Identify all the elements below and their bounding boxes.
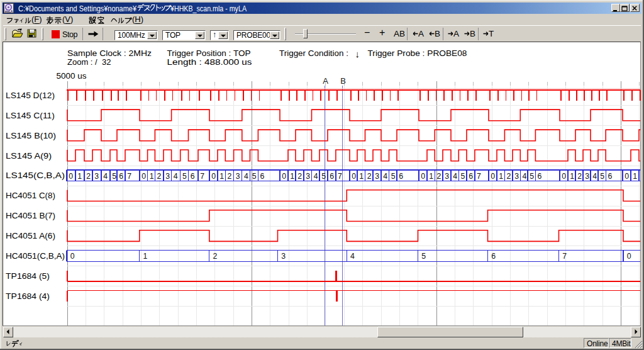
svg-text:0: 0 [70, 252, 75, 261]
svg-text:7: 7 [477, 172, 481, 181]
svg-text:1: 1 [429, 172, 433, 181]
svg-text:2: 2 [367, 172, 372, 181]
svg-text:LS145 A(9): LS145 A(9) [6, 151, 52, 161]
svg-text:4: 4 [314, 172, 318, 181]
svg-text:7: 7 [562, 252, 567, 261]
svg-text:3: 3 [94, 172, 99, 181]
svg-text:6: 6 [608, 172, 612, 181]
svg-text:Zoom : / 32: Zoom : / 32 [67, 57, 111, 67]
svg-text:Length : 488.000 us: Length : 488.000 us [167, 57, 253, 67]
svg-text:5: 5 [112, 172, 116, 181]
svg-text:Trigger Condition :: Trigger Condition : [279, 48, 348, 58]
svg-text:B: B [340, 76, 346, 86]
svg-text:0: 0 [491, 172, 495, 181]
svg-text:1: 1 [290, 172, 294, 181]
svg-text:7: 7 [200, 172, 204, 181]
svg-text:5: 5 [421, 252, 426, 261]
svg-text:7: 7 [127, 172, 131, 181]
svg-text:4: 4 [103, 172, 108, 181]
svg-text:TP1684 (4): TP1684 (4) [6, 291, 50, 301]
svg-text:6: 6 [119, 172, 123, 181]
svg-text:1: 1 [499, 172, 503, 181]
svg-text:0: 0 [352, 172, 356, 181]
svg-text:4: 4 [592, 172, 597, 181]
svg-text:5: 5 [461, 172, 465, 181]
svg-text:3: 3 [375, 172, 379, 181]
svg-text:0: 0 [625, 172, 629, 181]
svg-text:7: 7 [338, 172, 342, 181]
svg-text:↓: ↓ [355, 48, 360, 59]
svg-text:3: 3 [306, 172, 310, 181]
svg-text:5: 5 [600, 172, 604, 181]
svg-text:5000 us: 5000 us [57, 71, 87, 81]
svg-text:3: 3 [236, 172, 240, 181]
svg-text:A: A [323, 76, 328, 86]
svg-text:2: 2 [228, 172, 232, 181]
svg-text:2: 2 [577, 172, 582, 181]
svg-text:3: 3 [445, 172, 449, 181]
svg-text:6: 6 [399, 172, 403, 181]
svg-text:2: 2 [297, 172, 302, 181]
svg-text:4: 4 [244, 172, 248, 181]
svg-text:LS145 B(10): LS145 B(10) [6, 131, 56, 140]
svg-text:6: 6 [260, 172, 265, 181]
svg-text:2: 2 [437, 172, 441, 181]
svg-text:6: 6 [491, 252, 496, 261]
svg-text:3: 3 [514, 172, 519, 181]
svg-text:5: 5 [391, 172, 396, 181]
svg-text:LS145 C(11): LS145 C(11) [6, 111, 55, 120]
svg-text:HC4051 A(6): HC4051 A(6) [6, 231, 55, 240]
svg-text:HC4051(C,B,A): HC4051(C,B,A) [6, 251, 65, 261]
svg-text:3: 3 [281, 252, 286, 261]
svg-text:1: 1 [143, 252, 148, 261]
svg-text:4: 4 [383, 172, 387, 181]
svg-text:5: 5 [182, 172, 187, 181]
svg-text:Trigger Probe : PROBE08: Trigger Probe : PROBE08 [368, 48, 467, 58]
svg-text:4: 4 [350, 252, 355, 261]
svg-text:LS145(C,B,A): LS145(C,B,A) [6, 171, 65, 180]
svg-text:1: 1 [219, 172, 224, 181]
svg-text:Sample Clock : 2MHz: Sample Clock : 2MHz [67, 48, 152, 58]
svg-text:LS145 D(12): LS145 D(12) [6, 91, 55, 100]
svg-text:4: 4 [453, 172, 457, 181]
svg-text:2: 2 [157, 172, 162, 181]
svg-text:1: 1 [633, 172, 637, 181]
svg-text:3: 3 [165, 172, 170, 181]
svg-text:0: 0 [142, 172, 146, 181]
svg-text:1: 1 [359, 172, 364, 181]
svg-text:0: 0 [69, 172, 73, 181]
svg-text:HC4051 C(8): HC4051 C(8) [6, 191, 55, 200]
svg-text:0: 0 [562, 172, 566, 181]
svg-text:0: 0 [282, 172, 286, 181]
svg-text:4: 4 [174, 172, 178, 181]
svg-text:6: 6 [330, 172, 334, 181]
svg-text:6: 6 [538, 172, 542, 181]
svg-text:6: 6 [191, 172, 195, 181]
svg-text:5: 5 [321, 172, 326, 181]
svg-text:HC4051 B(7): HC4051 B(7) [6, 211, 55, 220]
svg-text:0: 0 [211, 172, 216, 181]
svg-text:0: 0 [421, 172, 425, 181]
svg-text:5: 5 [252, 172, 257, 181]
svg-text:6: 6 [469, 172, 473, 181]
svg-text:2: 2 [213, 252, 218, 261]
svg-text:2: 2 [507, 172, 511, 181]
svg-text:2: 2 [86, 172, 91, 181]
svg-text:1: 1 [77, 172, 82, 181]
svg-text:4: 4 [523, 172, 527, 181]
svg-text:0: 0 [627, 252, 631, 261]
svg-text:1: 1 [570, 172, 574, 181]
svg-text:Trigger Position : TOP: Trigger Position : TOP [167, 48, 251, 58]
svg-text:1: 1 [150, 172, 154, 181]
svg-text:TP1684 (5): TP1684 (5) [6, 271, 50, 281]
svg-text:3: 3 [585, 172, 589, 181]
svg-text:5: 5 [530, 172, 534, 181]
